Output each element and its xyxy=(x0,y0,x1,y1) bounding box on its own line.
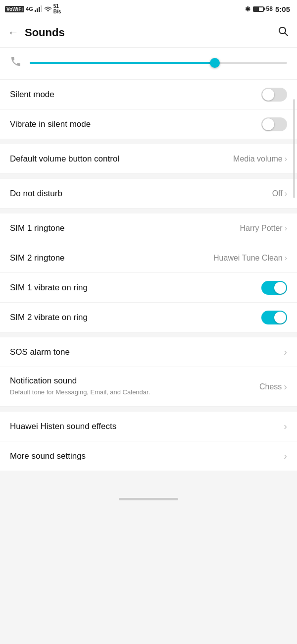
data-speed: 51B/s xyxy=(53,3,61,14)
nav-bar xyxy=(0,491,297,510)
vowifi-label: VoWiFi xyxy=(5,6,24,12)
chevron-icon-6: › xyxy=(284,381,287,392)
chevron-icon-5: › xyxy=(284,346,287,358)
page-title: Sounds xyxy=(25,26,65,39)
svg-rect-1 xyxy=(37,8,38,12)
volume-section xyxy=(0,48,297,80)
network-signal: 4G xyxy=(26,6,33,12)
battery-icon xyxy=(253,6,264,12)
section-gap-2 xyxy=(0,174,297,179)
do-not-disturb-row[interactable]: Do not disturb Off › xyxy=(0,179,297,209)
bluetooth-icon: ✱ xyxy=(245,5,250,13)
vibrate-silent-label: Vibrate in silent mode xyxy=(10,119,91,129)
settings-group-main: Silent mode Vibrate in silent mode xyxy=(0,80,297,139)
silent-mode-row[interactable]: Silent mode xyxy=(0,80,297,109)
do-not-disturb-label: Do not disturb xyxy=(10,189,62,199)
sim2-vibrate-label: SIM 2 vibrate on ring xyxy=(10,313,88,322)
sim2-ringtone-label: SIM 2 ringtone xyxy=(10,253,65,263)
section-gap-3 xyxy=(0,209,297,214)
sim2-vibrate-row[interactable]: SIM 2 vibrate on ring xyxy=(0,303,297,332)
volume-slider[interactable] xyxy=(30,62,287,64)
bottom-spacer xyxy=(0,471,297,491)
section-gap-1 xyxy=(0,139,297,144)
sos-alarm-row[interactable]: SOS alarm tone › xyxy=(0,337,297,367)
chevron-icon: › xyxy=(285,155,287,163)
chevron-icon-2: › xyxy=(285,189,287,198)
settings-group-5: SOS alarm tone › Notification sound Defa… xyxy=(0,337,297,407)
sim1-vibrate-toggle[interactable] xyxy=(261,281,287,295)
notification-sound-title: Notification sound xyxy=(10,376,253,386)
settings-group-3: Do not disturb Off › xyxy=(0,179,297,209)
svg-rect-3 xyxy=(41,5,42,12)
phone-icon xyxy=(10,55,22,70)
sim2-ringtone-value: Huawei Tune Clean › xyxy=(213,254,287,263)
sim2-ringtone-row[interactable]: SIM 2 ringtone Huawei Tune Clean › xyxy=(0,243,297,273)
settings-group-2: Default volume button control Media volu… xyxy=(0,144,297,174)
sim1-vibrate-row[interactable]: SIM 1 vibrate on ring xyxy=(0,273,297,303)
histen-row[interactable]: Huawei Histen sound effects › xyxy=(0,412,297,441)
volume-button-row[interactable]: Default volume button control Media volu… xyxy=(0,144,297,174)
toggle-knob xyxy=(262,89,274,101)
svg-rect-0 xyxy=(35,10,36,12)
svg-line-6 xyxy=(285,33,288,36)
sim1-ringtone-value: Harry Potter › xyxy=(240,224,287,233)
do-not-disturb-value: Off › xyxy=(272,189,287,198)
settings-group-4: SIM 1 ringtone Harry Potter › SIM 2 ring… xyxy=(0,214,297,332)
sim1-ringtone-label: SIM 1 ringtone xyxy=(10,223,65,233)
toggle-knob-2 xyxy=(262,118,274,130)
histen-label: Huawei Histen sound effects xyxy=(10,422,116,431)
silent-mode-label: Silent mode xyxy=(10,90,54,100)
svg-rect-2 xyxy=(39,7,40,12)
status-right: ✱ 58 5:05 xyxy=(245,5,290,13)
scroll-indicator xyxy=(293,99,295,198)
more-sound-label: More sound settings xyxy=(10,451,86,461)
sim1-ringtone-row[interactable]: SIM 1 ringtone Harry Potter › xyxy=(0,214,297,243)
signal-bars xyxy=(35,5,43,13)
chevron-icon-3: › xyxy=(285,224,287,233)
chevron-icon-8: › xyxy=(284,450,287,462)
header-left: ← Sounds xyxy=(8,26,65,39)
sim2-vibrate-toggle[interactable] xyxy=(261,311,287,324)
battery-level: 58 xyxy=(266,5,273,12)
more-sound-row[interactable]: More sound settings › xyxy=(0,441,297,471)
toggle-knob-3 xyxy=(274,282,286,294)
nav-pill xyxy=(119,498,178,500)
chevron-icon-7: › xyxy=(284,421,287,432)
settings-group-6: Huawei Histen sound effects › More sound… xyxy=(0,412,297,471)
vibrate-silent-toggle[interactable] xyxy=(261,117,287,131)
status-left: VoWiFi 4G 51B/s xyxy=(5,3,61,14)
notification-left: Notification sound Default tone for Mess… xyxy=(10,376,253,397)
header: ← Sounds xyxy=(0,18,297,48)
sim1-vibrate-label: SIM 1 vibrate on ring xyxy=(10,283,88,293)
chevron-icon-4: › xyxy=(285,254,287,263)
notification-sound-value: Chess › xyxy=(259,381,287,392)
toggle-knob-4 xyxy=(274,312,286,323)
status-time: 5:05 xyxy=(275,5,290,13)
section-gap-5 xyxy=(0,407,297,412)
back-button[interactable]: ← xyxy=(8,26,19,39)
sos-alarm-label: SOS alarm tone xyxy=(10,347,70,357)
notification-sound-row[interactable]: Notification sound Default tone for Mess… xyxy=(0,367,297,407)
notification-sound-subtitle: Default tone for Messaging, Email, and C… xyxy=(10,388,253,397)
status-bar: VoWiFi 4G 51B/s ✱ 58 5:05 xyxy=(0,0,297,18)
vibrate-silent-row[interactable]: Vibrate in silent mode xyxy=(0,109,297,139)
wifi-icon xyxy=(44,5,52,13)
svg-point-4 xyxy=(47,9,49,11)
silent-mode-toggle[interactable] xyxy=(261,88,287,102)
search-button[interactable] xyxy=(277,25,289,40)
volume-button-value: Media volume › xyxy=(233,155,287,163)
section-gap-4 xyxy=(0,332,297,337)
volume-button-label: Default volume button control xyxy=(10,154,119,164)
